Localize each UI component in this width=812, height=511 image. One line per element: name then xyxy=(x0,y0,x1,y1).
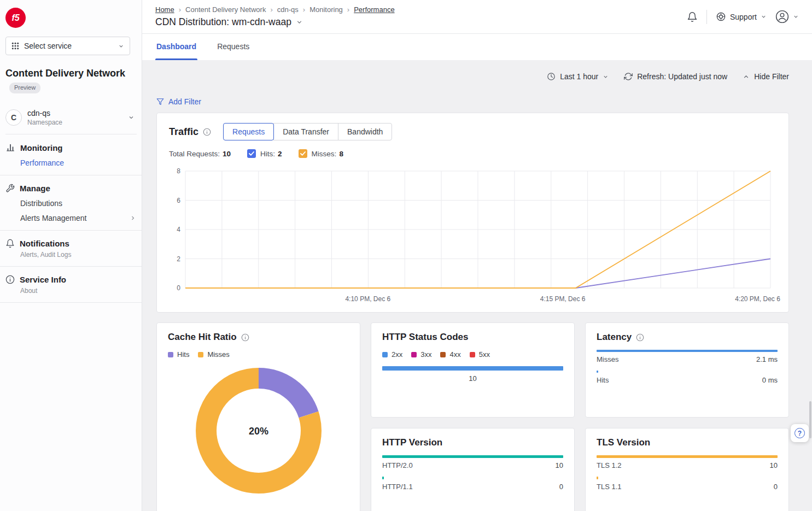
tls11-bar[interactable] xyxy=(597,477,598,479)
info-icon[interactable] xyxy=(203,128,211,136)
time-range-selector[interactable]: Last 1 hour xyxy=(547,72,609,81)
top-header: Home › Content Delivery Network › cdn-qs… xyxy=(142,0,812,34)
question-mark-icon: ? xyxy=(795,428,805,438)
tls12-bar[interactable] xyxy=(597,455,778,458)
help-button[interactable]: ? xyxy=(791,424,809,442)
tls-version-title: TLS Version xyxy=(597,437,650,448)
latency-misses-value: 2.1 ms xyxy=(756,355,778,363)
sidebar-item-distributions[interactable]: Distributions xyxy=(5,194,136,209)
http11-bar[interactable] xyxy=(382,477,384,479)
latency-misses-label: Misses xyxy=(597,355,618,363)
info-icon[interactable] xyxy=(636,333,644,342)
hide-filter-button[interactable]: Hide Filter xyxy=(743,72,789,81)
refresh-icon xyxy=(624,72,633,81)
svg-text:2: 2 xyxy=(177,255,180,263)
tab-requests[interactable]: Requests xyxy=(216,34,250,60)
svg-text:4:20 PM, Dec 6: 4:20 PM, Dec 6 xyxy=(735,295,780,303)
breadcrumb-cdn[interactable]: Content Delivery Network xyxy=(185,5,266,14)
2xx-label: 2xx xyxy=(392,350,402,359)
svg-text:0: 0 xyxy=(177,284,180,292)
breadcrumb-monitoring[interactable]: Monitoring xyxy=(309,5,343,14)
breadcrumb-separator: › xyxy=(179,5,181,14)
service-info-sublabel: About xyxy=(5,285,136,296)
breadcrumb-performance[interactable]: Performance xyxy=(354,5,394,14)
http2-label: HTTP/2.0 xyxy=(382,461,413,469)
bar-chart-icon xyxy=(5,143,15,152)
tls12-label: TLS 1.2 xyxy=(597,461,622,469)
scrollbar-thumb[interactable] xyxy=(809,401,811,438)
view-requests-button[interactable]: Requests xyxy=(223,123,274,140)
tls-version-card: TLS Version TLS 1.210 TLS 1.10 xyxy=(585,428,789,511)
chevron-down-icon[interactable] xyxy=(296,19,303,26)
http-status-codes-title: HTTP Status Codes xyxy=(382,332,468,343)
traffic-line-chart[interactable]: 024684:10 PM, Dec 64:15 PM, Dec 64:20 PM… xyxy=(169,166,776,303)
filter-funnel-icon xyxy=(156,98,164,105)
sidebar-item-monitoring[interactable]: Monitoring xyxy=(5,142,136,154)
breadcrumb-home[interactable]: Home xyxy=(155,5,174,14)
traffic-view-switcher: Requests Data Transfer Bandwidth xyxy=(223,123,392,140)
user-account-button[interactable] xyxy=(775,10,799,24)
monitoring-label: Monitoring xyxy=(20,143,62,152)
legend-item-misses[interactable]: Misses xyxy=(198,350,229,359)
f5-logo[interactable]: f5 xyxy=(5,8,26,28)
total-requests-value: 10 xyxy=(223,150,231,158)
svg-text:4:15 PM, Dec 6: 4:15 PM, Dec 6 xyxy=(540,295,586,303)
sidebar-item-performance[interactable]: Performance xyxy=(5,154,136,168)
breadcrumb-namespace[interactable]: cdn-qs xyxy=(277,5,299,14)
view-bandwidth-button[interactable]: Bandwidth xyxy=(338,123,392,140)
info-icon[interactable] xyxy=(241,333,249,342)
http-version-title: HTTP Version xyxy=(382,437,442,448)
sidebar-item-service-info[interactable]: Service Info xyxy=(5,274,136,285)
legend-item-2xx[interactable]: 2xx xyxy=(382,350,402,359)
cache-legend: Hits Misses xyxy=(168,350,349,359)
page-title: CDN Distribution: wm-cdn-waap xyxy=(155,16,291,28)
http2-bar[interactable] xyxy=(382,455,563,458)
misses-value: 8 xyxy=(339,150,343,158)
sidebar: f5 Select service Content Delivery Netwo… xyxy=(0,0,142,511)
sidebar-item-manage[interactable]: Manage xyxy=(5,183,136,194)
misses-label: Misses: xyxy=(312,150,337,158)
checkbox-checked-icon xyxy=(299,149,307,158)
3xx-swatch xyxy=(411,352,417,357)
bell-icon xyxy=(687,11,698,22)
cache-hit-ratio-title: Cache Hit Ratio xyxy=(168,332,237,343)
latency-misses-bar[interactable] xyxy=(597,350,778,352)
5xx-swatch xyxy=(470,352,475,357)
chevron-down-icon xyxy=(761,14,767,20)
cache-donut-chart[interactable]: 20% xyxy=(193,365,324,496)
namespace-selector[interactable]: C cdn-qs Namespace xyxy=(5,104,137,134)
4xx-label: 4xx xyxy=(449,350,460,359)
header-divider xyxy=(706,10,707,24)
sidebar-item-notifications[interactable]: Notifications xyxy=(5,238,136,249)
service-info-label: Service Info xyxy=(20,275,66,284)
sidebar-item-alerts-management[interactable]: Alerts Management xyxy=(5,209,136,224)
http11-label: HTTP/1.1 xyxy=(382,483,413,491)
latency-title: Latency xyxy=(597,332,632,343)
legend-item-hits[interactable]: Hits xyxy=(168,350,189,359)
namespace-name: cdn-qs xyxy=(27,109,122,118)
manage-label: Manage xyxy=(20,184,50,193)
latency-hits-bar[interactable] xyxy=(597,371,598,373)
legend-item-3xx[interactable]: 3xx xyxy=(411,350,431,359)
4xx-swatch xyxy=(440,352,446,357)
misses-checkbox[interactable]: Misses: 8 xyxy=(299,149,343,158)
time-range-label: Last 1 hour xyxy=(560,72,598,81)
clock-icon xyxy=(547,72,556,81)
total-requests-stat: Total Requests: 10 xyxy=(169,150,231,158)
view-data-transfer-button[interactable]: Data Transfer xyxy=(273,123,338,140)
tab-dashboard[interactable]: Dashboard xyxy=(155,34,197,60)
5xx-label: 5xx xyxy=(479,350,490,359)
legend-item-5xx[interactable]: 5xx xyxy=(470,350,490,359)
status-2xx-bar[interactable] xyxy=(382,366,563,371)
refresh-button[interactable]: Refresh: Updated just now xyxy=(624,72,727,81)
notifications-bell-button[interactable] xyxy=(687,11,698,22)
service-selector[interactable]: Select service xyxy=(5,37,130,55)
add-filter-button[interactable]: Add Filter xyxy=(156,97,201,106)
hits-checkbox[interactable]: Hits: 2 xyxy=(247,149,282,158)
support-menu-button[interactable]: Support xyxy=(716,11,767,22)
tls11-value: 0 xyxy=(774,483,778,491)
legend-item-4xx[interactable]: 4xx xyxy=(440,350,460,359)
support-lifebuoy-icon xyxy=(716,11,726,22)
hits-label: Hits: xyxy=(260,150,275,158)
svg-text:6: 6 xyxy=(177,197,180,204)
